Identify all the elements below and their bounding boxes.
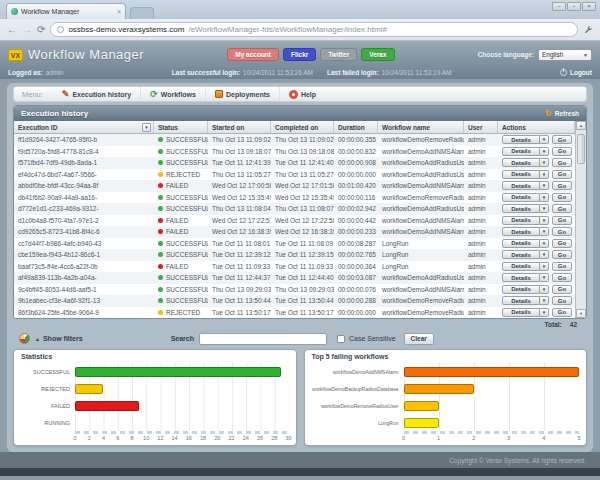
- twitter-button[interactable]: Twitter: [320, 48, 357, 61]
- go-button[interactable]: Go: [552, 296, 572, 305]
- close-button[interactable]: ×: [582, 2, 596, 11]
- wrench-icon[interactable]: [583, 25, 593, 35]
- column-filter-icon[interactable]: ▼: [142, 123, 151, 132]
- menu-item-help[interactable]: Help: [279, 87, 325, 101]
- details-caret-button[interactable]: ▼: [540, 158, 549, 167]
- minimize-button[interactable]: –: [552, 2, 566, 11]
- table-row: ef4dc47d-6bd7-4a67-9566-REJECTEDThu Oct …: [14, 169, 575, 181]
- details-caret-button[interactable]: ▼: [540, 147, 549, 156]
- details-button[interactable]: Details: [502, 296, 540, 305]
- details-button[interactable]: Details: [502, 250, 540, 259]
- menu-bar: Menu: ✎Execution history⟳WorkflowsDeploy…: [13, 86, 587, 102]
- started-on-cell: Wed Oct 12 17:00:58 GMT: [208, 180, 271, 192]
- flickr-button[interactable]: Flickr: [283, 48, 316, 61]
- scroll-up-icon[interactable]: ▲: [576, 121, 586, 130]
- go-button[interactable]: Go: [552, 181, 572, 190]
- reload-icon[interactable]: ⟳: [37, 25, 45, 35]
- menu-item-execution-history[interactable]: ✎Execution history: [53, 87, 140, 101]
- language-select[interactable]: English ▼: [538, 49, 592, 61]
- case-sensitive-checkbox[interactable]: [337, 335, 345, 343]
- details-button[interactable]: Details: [502, 181, 540, 190]
- column-header-duration[interactable]: Duration: [334, 121, 378, 133]
- search-input[interactable]: [199, 333, 327, 345]
- details-caret-button[interactable]: ▼: [540, 170, 549, 179]
- address-bar[interactable]: ossbss-demo.veraxsystems.com /eWorkflowM…: [50, 22, 578, 37]
- logout-button[interactable]: Logout: [560, 69, 592, 76]
- execution-id-cell: cc7d44f7-b986-4afc-b940-43: [14, 238, 154, 250]
- scrollbar[interactable]: ▲ ▼: [575, 121, 586, 318]
- column-header-completed[interactable]: Completed on: [271, 121, 334, 133]
- status-dot-icon: [158, 287, 163, 292]
- go-button[interactable]: Go: [552, 147, 572, 156]
- maximize-button[interactable]: ▫: [567, 2, 581, 11]
- my-account-button[interactable]: My account: [227, 48, 279, 61]
- details-caret-button[interactable]: ▼: [540, 273, 549, 282]
- new-tab-button[interactable]: [130, 7, 154, 19]
- details-button[interactable]: Details: [502, 170, 540, 179]
- details-caret-button[interactable]: ▼: [540, 308, 549, 317]
- user-cell: admin: [464, 203, 498, 215]
- go-button[interactable]: Go: [552, 273, 572, 282]
- go-button[interactable]: Go: [552, 227, 572, 236]
- details-caret-button[interactable]: ▼: [540, 216, 549, 225]
- details-button[interactable]: Details: [502, 239, 540, 248]
- go-button[interactable]: Go: [552, 308, 572, 317]
- details-caret-button[interactable]: ▼: [540, 135, 549, 144]
- column-header-user[interactable]: User: [464, 121, 498, 133]
- refresh-button[interactable]: ↻ Refresh: [545, 110, 579, 118]
- menu-item-deployments[interactable]: Deployments: [205, 87, 279, 101]
- duration-cell: 00:00:03.087: [334, 272, 378, 284]
- column-header-actions[interactable]: Actions: [498, 121, 575, 133]
- clear-button[interactable]: Clear: [404, 333, 434, 345]
- details-button[interactable]: Details: [502, 227, 540, 236]
- scrollbar-track[interactable]: [576, 130, 586, 309]
- details-caret-button[interactable]: ▼: [540, 285, 549, 294]
- go-button[interactable]: Go: [552, 216, 572, 225]
- details-caret-button[interactable]: ▼: [540, 296, 549, 305]
- details-button[interactable]: Details: [502, 193, 540, 202]
- scrollbar-thumb[interactable]: [577, 134, 585, 164]
- back-icon[interactable]: ←: [7, 25, 17, 35]
- details-caret-button[interactable]: ▼: [540, 204, 549, 213]
- details-button[interactable]: Details: [502, 262, 540, 271]
- execution-id-cell: 9c4bff45-8053-44d6-aaf5-1: [14, 284, 154, 296]
- column-header-status[interactable]: Status: [154, 121, 208, 133]
- go-button[interactable]: Go: [552, 204, 572, 213]
- go-button[interactable]: Go: [552, 170, 572, 179]
- column-label: User: [468, 124, 482, 131]
- details-caret-button[interactable]: ▼: [540, 181, 549, 190]
- go-button[interactable]: Go: [552, 158, 572, 167]
- menu-item-workflows[interactable]: ⟳Workflows: [140, 87, 205, 101]
- go-button[interactable]: Go: [552, 135, 572, 144]
- details-button[interactable]: Details: [502, 308, 540, 317]
- details-button[interactable]: Details: [502, 273, 540, 282]
- started-on-cell: Tue Oct 11 12:41:39 GMT: [208, 157, 271, 169]
- go-button[interactable]: Go: [552, 239, 572, 248]
- details-button[interactable]: Details: [502, 204, 540, 213]
- details-button[interactable]: Details: [502, 158, 540, 167]
- tab-close-icon[interactable]: ×: [117, 8, 121, 15]
- details-button[interactable]: Details: [502, 135, 540, 144]
- details-caret-button[interactable]: ▼: [540, 262, 549, 271]
- details-caret-button[interactable]: ▼: [540, 239, 549, 248]
- column-header-started[interactable]: Started on: [208, 121, 271, 133]
- details-button[interactable]: Details: [502, 147, 540, 156]
- scroll-down-icon[interactable]: ▼: [576, 309, 586, 318]
- verax-button[interactable]: Verax: [361, 48, 394, 61]
- vx-logo: VX: [8, 49, 23, 61]
- browser-tab[interactable]: Workflow Manager ×: [6, 3, 126, 19]
- details-caret-button[interactable]: ▼: [540, 193, 549, 202]
- go-button[interactable]: Go: [552, 285, 572, 294]
- go-button[interactable]: Go: [552, 193, 572, 202]
- go-button[interactable]: Go: [552, 250, 572, 259]
- go-button[interactable]: Go: [552, 262, 572, 271]
- details-caret-button[interactable]: ▼: [540, 250, 549, 259]
- column-label: Workflow name: [382, 124, 430, 131]
- show-filters-toggle[interactable]: Show filters: [43, 335, 83, 342]
- details-caret-button[interactable]: ▼: [540, 227, 549, 236]
- details-button[interactable]: Details: [502, 216, 540, 225]
- column-header-id[interactable]: Execution ID▼: [14, 121, 154, 133]
- column-header-workflow[interactable]: Workflow name: [378, 121, 464, 133]
- details-button[interactable]: Details: [502, 285, 540, 294]
- forward-icon[interactable]: →: [22, 25, 32, 35]
